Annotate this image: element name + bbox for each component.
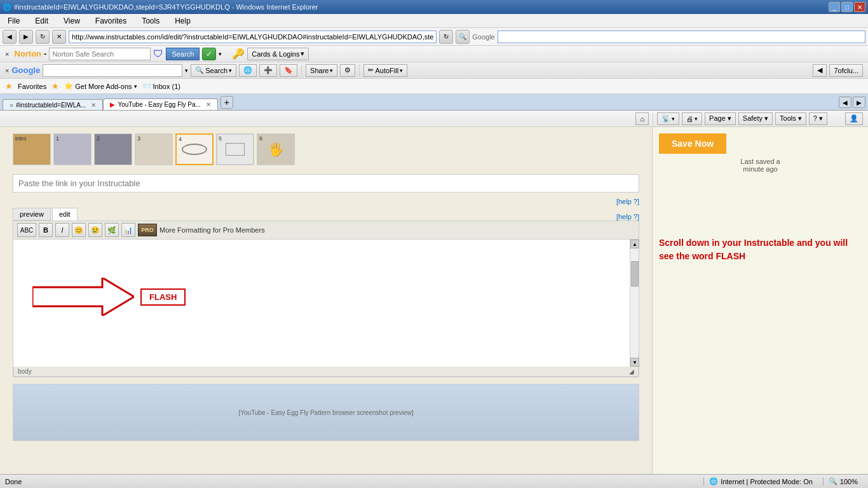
7ofclu-button[interactable]: 7ofclu... [829,64,863,77]
scroll-down-button[interactable]: ▼ [630,358,639,367]
editor-textarea[interactable]: FLASH [13,240,630,367]
thumb-4-label: 4 [179,136,182,142]
help-menu[interactable]: Help [172,15,193,27]
scroll-track [630,248,639,358]
table-button[interactable]: 📊 [121,223,135,237]
status-done-label: Done [5,478,698,485]
zoom-icon: 🔍 [829,477,837,485]
paste-link-input[interactable] [13,174,639,193]
feeds-button[interactable]: 📡 ▾ [657,112,679,125]
separator-1 [301,65,302,76]
share-label: Share [310,67,329,74]
title-bar: 🌐 #instructableId=EIWLALYGHUDKDAO,stepId… [0,0,868,14]
favorites-menu[interactable]: Favorites [93,15,129,27]
stop-button[interactable]: ✕ [52,30,66,44]
norton-search-button[interactable]: Search [166,48,200,60]
google-close-icon[interactable]: × [5,67,9,74]
favorites-inbox-item[interactable]: 📨 Inbox (1) [142,82,180,90]
google-option-button[interactable]: ⚙ [340,64,355,77]
norton-close-icon[interactable]: × [5,50,9,58]
share-button[interactable]: Share ▾ [306,64,337,77]
thumb-intro[interactable]: intro [13,133,51,165]
google-dropdown-icon[interactable]: ▾ [185,67,188,74]
save-now-button[interactable]: Save Now [659,133,726,154]
share-dropdown-icon: ▾ [330,67,333,74]
abc-button[interactable]: ABC [17,223,36,237]
page-button[interactable]: Page ▾ [705,112,736,125]
toolbar-right-button[interactable]: ◀ [813,64,827,77]
google-toolbar: × Google ▾ 🔍 Search ▾ 🌐 ➕ 🔖 Share ▾ ⚙ ✏ … [0,62,868,79]
norton-dash: - [44,49,46,58]
norton-check-dropdown[interactable]: ▾ [219,51,222,57]
thumb-4[interactable]: 4 [175,133,214,165]
edit-menu[interactable]: Edit [32,15,51,27]
emoji1-button[interactable]: 😊 [72,223,86,237]
print-button[interactable]: 🖨 ▾ [682,112,702,125]
user-icon-button[interactable]: 👤 [845,112,863,125]
thumb-3[interactable]: 3 [135,133,173,165]
view-menu[interactable]: View [61,15,83,27]
preview-tab[interactable]: preview [13,208,51,220]
cards-label: Cards & Logins [252,50,299,58]
pro-icon: PRO [138,224,157,236]
search-button[interactable]: 🔍 [456,30,470,44]
refresh-button[interactable]: ↻ [36,30,50,44]
help-button[interactable]: ? ▾ [809,112,827,125]
resize-handle[interactable]: ◢ [629,368,634,375]
home-button[interactable]: ⌂ [635,112,649,125]
restore-button[interactable]: □ [841,2,853,12]
google-plus-button[interactable]: ➕ [259,64,277,77]
google-quick-search[interactable] [498,30,865,43]
thumb-6-label: 6 [259,135,262,142]
scroll-thumb[interactable] [631,261,639,287]
tab-youtube-favicon: ▶ [110,101,115,108]
tab-instructable[interactable]: ○ #instructableId=EIWLA... ✕ [3,99,103,110]
thumb-1[interactable]: 1 [53,133,92,165]
italic-button[interactable]: I [55,223,69,237]
file-menu[interactable]: File [5,15,22,27]
thumb-5-label: 5 [219,135,222,142]
safety-button[interactable]: Safety ▾ [738,112,773,125]
minimize-button[interactable]: _ [829,2,840,12]
bold-button[interactable]: B [39,223,53,237]
scroll-up-button[interactable]: ▲ [630,240,639,248]
leaf-button[interactable]: 🌿 [105,223,119,237]
thumb-6[interactable]: 6 🖐 [257,133,295,165]
tab-scroll-right[interactable]: ▶ [853,97,865,108]
flash-label: FLASH [140,288,186,306]
tools-menu[interactable]: Tools [139,15,162,27]
back-button[interactable]: ◀ [3,30,17,44]
new-tab-button[interactable]: + [220,96,233,109]
norton-search-input[interactable] [49,48,151,60]
address-input[interactable] [69,30,437,43]
autofill-button[interactable]: ✏ AutoFill ▾ [363,64,407,77]
google-search-button[interactable]: 🔍 Search ▾ [191,64,236,77]
norton-check-icon[interactable]: ✓ [202,48,216,60]
favorites-addons-item[interactable]: ⭐ Get More Add-ons ▾ [64,82,137,90]
tools-button[interactable]: Tools ▾ [775,112,806,125]
google-search-input[interactable] [43,64,182,77]
google-globe-button[interactable]: 🌐 [239,64,257,77]
help-link-top[interactable]: [help ?] [616,198,639,205]
favorites-add-icon[interactable]: ★ [51,81,59,91]
thumb-4-img [177,135,212,164]
tab-youtube[interactable]: ▶ YouTube - Easy Egg Fly Pa... ✕ [103,98,217,110]
forward-button[interactable]: ▶ [19,30,33,44]
edit-tab[interactable]: edit [52,208,78,220]
google-bookmark-button[interactable]: 🔖 [280,64,297,77]
tab-youtube-close[interactable]: ✕ [206,101,211,108]
editor-footer: body ◢ [13,367,639,377]
help-link-bottom[interactable]: [help ?] [616,213,639,220]
tab-scroll-left[interactable]: ◀ [839,97,851,108]
autofill-dropdown-icon: ▾ [400,67,403,74]
thumb-2[interactable]: 2 [94,133,132,165]
refresh-icon[interactable]: ↻ [439,30,453,44]
editor-toolbar: ABC B I 😊 😢 🌿 📊 PRO More Formatting for … [13,220,639,239]
cards-button[interactable]: Cards & Logins ▾ [247,48,309,60]
emoji2-button[interactable]: 😢 [88,223,102,237]
close-button[interactable]: ✕ [854,2,865,12]
thumb-2-label: 2 [97,135,100,142]
tab-instructable-close[interactable]: ✕ [91,102,96,109]
thumb-5[interactable]: 5 [216,133,254,165]
7ofclu-label: 7ofclu... [834,67,858,74]
